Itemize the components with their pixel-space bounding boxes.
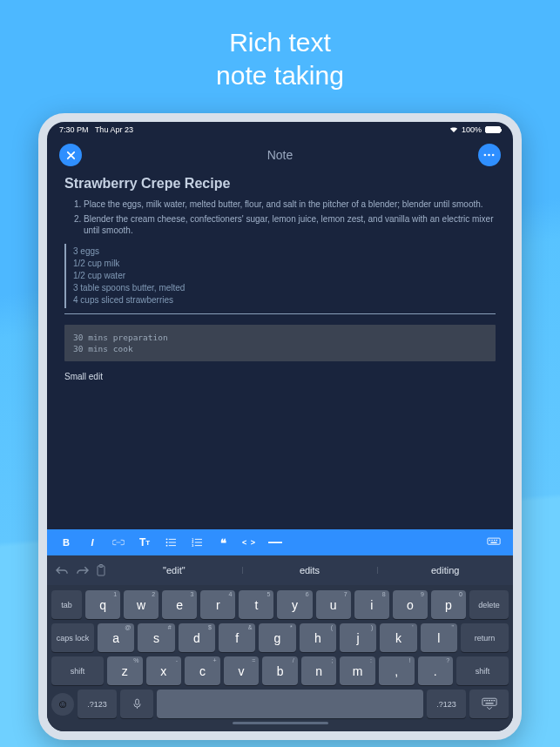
key-o[interactable]: 9o (393, 590, 428, 619)
format-toolbar: B I TT 123 ❝ < > — (47, 529, 513, 555)
keyboard-down-icon (482, 697, 497, 710)
key-c[interactable]: +c (185, 656, 220, 685)
symbols-key[interactable]: .?123 (78, 690, 117, 718)
link-button[interactable] (106, 533, 131, 552)
list-item: Place the eggs, milk water, melted butte… (84, 199, 496, 211)
quote-button[interactable]: ❝ (211, 533, 235, 552)
svg-point-7 (165, 545, 167, 547)
svg-rect-8 (168, 545, 175, 546)
svg-rect-25 (483, 700, 485, 701)
suggestion[interactable]: edits (242, 565, 378, 575)
page-title: Note (267, 148, 293, 162)
hr-button[interactable]: — (263, 533, 287, 552)
svg-point-1 (489, 154, 491, 157)
svg-rect-20 (490, 542, 496, 543)
key-m[interactable]: :m (340, 656, 375, 685)
note-editor[interactable]: Strawberry Crepe Recipe Place the eggs, … (47, 172, 513, 529)
capslock-key[interactable]: caps lock (51, 623, 94, 652)
key-b[interactable]: /b (262, 656, 298, 685)
svg-point-5 (165, 542, 167, 543)
ol-button[interactable]: 123 (185, 533, 209, 552)
ul-button[interactable] (159, 533, 183, 552)
keyboard: tab 1q 2w 3e 4r 5t 6y 7u 8i 9o 0p delete… (47, 585, 513, 731)
tablet-frame: 7:30 PM Thu Apr 23 100% Note Strawberry … (38, 113, 522, 740)
mic-key[interactable] (120, 690, 153, 718)
key-e[interactable]: 3e (162, 590, 197, 619)
svg-rect-24 (482, 698, 496, 705)
key-j[interactable]: )j (340, 623, 376, 652)
svg-rect-6 (168, 542, 175, 543)
key-z[interactable]: %z (107, 656, 143, 685)
key-p[interactable]: 0p (431, 590, 466, 619)
key-v[interactable]: =v (224, 656, 260, 685)
key-t[interactable]: 5t (239, 590, 273, 619)
clipboard-icon[interactable] (96, 564, 106, 576)
status-bar: 7:30 PM Thu Apr 23 100% (47, 122, 513, 138)
key-h[interactable]: (h (300, 623, 336, 652)
key-d[interactable]: $d (179, 623, 215, 652)
svg-point-2 (492, 154, 495, 157)
svg-rect-4 (168, 539, 175, 540)
navbar: Note (47, 138, 513, 172)
key-s[interactable]: #s (138, 623, 174, 652)
home-indicator (233, 722, 328, 724)
key-k[interactable]: 'k (380, 623, 416, 652)
more-button[interactable] (478, 144, 501, 166)
delete-key[interactable]: delete (469, 590, 509, 619)
ul-icon (165, 538, 177, 547)
key-q[interactable]: 1q (85, 590, 120, 619)
suggestion[interactable]: editing (377, 565, 513, 575)
svg-rect-18 (494, 540, 495, 541)
symbols-key[interactable]: .?123 (427, 690, 466, 718)
key-l[interactable]: "l (421, 623, 457, 652)
key-g[interactable]: *g (259, 623, 295, 652)
return-key[interactable]: return (461, 623, 509, 652)
key-f[interactable]: &f (219, 623, 255, 652)
list-item: Blender the cream cheese, confectioners'… (84, 213, 496, 237)
blockquote: 3 eggs 1/2 cup milk 1/2 cup water 3 tabl… (64, 244, 496, 308)
key-n[interactable]: ;n (301, 656, 337, 685)
note-title: Strawberry Crepe Recipe (64, 176, 496, 192)
svg-rect-29 (493, 700, 495, 701)
space-key[interactable] (157, 690, 423, 718)
textsize-button[interactable]: TT (132, 533, 157, 552)
bold-button[interactable]: B (54, 533, 78, 552)
key-comma[interactable]: !, (379, 656, 415, 685)
keyboard-icon (487, 537, 501, 548)
close-button[interactable] (59, 144, 82, 166)
predictive-bar: "edit" edits editing (47, 555, 513, 585)
undo-icon[interactable] (56, 565, 69, 575)
svg-point-0 (484, 154, 487, 157)
shift-key[interactable]: shift (456, 656, 509, 685)
key-x[interactable]: -x (146, 656, 182, 685)
svg-rect-26 (486, 700, 488, 701)
link-icon (112, 539, 125, 546)
svg-point-3 (165, 538, 167, 540)
key-w[interactable]: 2w (124, 590, 159, 619)
key-r[interactable]: 4r (200, 590, 235, 619)
italic-button[interactable]: I (80, 533, 105, 552)
horizontal-rule (64, 313, 496, 314)
code-button[interactable]: < > (237, 533, 261, 552)
suggestion[interactable]: "edit" (106, 565, 242, 575)
svg-rect-17 (491, 540, 492, 541)
emoji-button[interactable]: ☺ (51, 693, 74, 716)
svg-rect-19 (496, 540, 497, 541)
key-a[interactable]: @a (98, 623, 134, 652)
key-y[interactable]: 6y (277, 590, 312, 619)
hero-title: Rich textnote taking (0, 0, 560, 113)
wifi-icon (449, 126, 458, 133)
key-u[interactable]: 7u (316, 590, 351, 619)
shift-key[interactable]: shift (51, 656, 104, 685)
tab-key[interactable]: tab (51, 590, 82, 619)
key-i[interactable]: 8i (354, 590, 389, 619)
svg-text:3: 3 (192, 544, 193, 547)
svg-rect-14 (194, 545, 201, 546)
hide-keyboard-key[interactable] (469, 690, 509, 718)
svg-rect-30 (485, 703, 493, 703)
svg-rect-10 (194, 539, 201, 540)
redo-icon[interactable] (76, 565, 89, 575)
dismiss-keyboard-button[interactable] (482, 533, 506, 552)
close-icon (66, 151, 76, 160)
key-period[interactable]: ?. (418, 656, 454, 685)
